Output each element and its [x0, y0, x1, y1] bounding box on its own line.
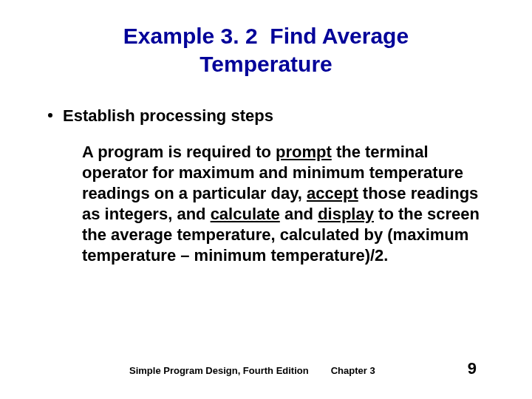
keyword-calculate: calculate	[211, 205, 280, 223]
slide: Example 3. 2 Find Average Temperature Es…	[0, 0, 532, 399]
slide-title: Example 3. 2 Find Average Temperature	[41, 22, 491, 78]
body-text-4: and	[280, 205, 318, 223]
bullet-item: Establish processing steps	[48, 106, 491, 127]
footer-chapter: Chapter 3	[331, 365, 375, 376]
bullet-text: Establish processing steps	[63, 106, 273, 127]
title-line-1: Example 3. 2 Find Average	[123, 24, 409, 48]
title-line-2: Temperature	[200, 52, 332, 76]
body-paragraph: A program is required to prompt the term…	[82, 142, 484, 267]
keyword-prompt: prompt	[276, 143, 332, 161]
footer-book-title: Simple Program Design, Fourth Edition	[129, 365, 309, 376]
body-text-1: A program is required to	[82, 143, 276, 161]
bullet-icon	[48, 113, 52, 117]
keyword-accept: accept	[307, 184, 358, 202]
footer: Simple Program Design, Fourth Edition Ch…	[0, 359, 532, 378]
keyword-display: display	[318, 205, 374, 223]
page-number: 9	[468, 359, 477, 378]
